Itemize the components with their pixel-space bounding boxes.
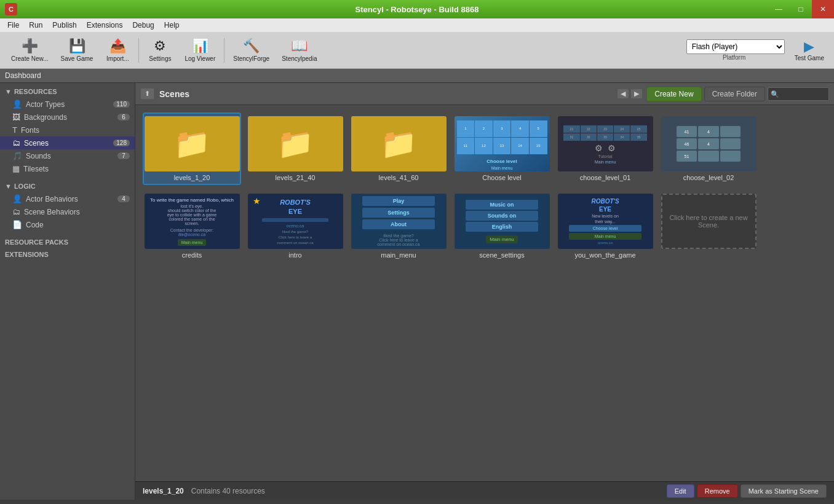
sidebar-item-actor-types[interactable]: 👤 Actor Types 110 bbox=[0, 98, 135, 111]
scene-label-choose-level-02: choose_level_02 bbox=[683, 174, 734, 181]
test-game-icon: ▶ bbox=[804, 39, 814, 55]
scene-behaviors-label: Scene Behaviors bbox=[24, 208, 80, 216]
save-icon: 💾 bbox=[69, 38, 85, 54]
stencylpedia-label: Stencylpedia bbox=[282, 55, 317, 62]
scene-item-scene-settings[interactable]: Music on Sounds on English Main menu sce… bbox=[453, 190, 551, 262]
scene-item-levels-21-40[interactable]: 📁 levels_21_40 bbox=[246, 112, 344, 185]
dashboard-tab[interactable]: Dashboard bbox=[0, 69, 834, 83]
scene-item-credits[interactable]: To write the game named Robo, which lost… bbox=[143, 190, 241, 262]
scene-thumb-levels-21-40: 📁 bbox=[248, 116, 343, 171]
extensions-label: EXTENSIONS bbox=[5, 251, 49, 258]
toolbar-right: Flash (Player) Android iOS HTML5 Desktop… bbox=[686, 37, 829, 63]
scene-item-levels-41-60[interactable]: 📁 levels_41_60 bbox=[349, 112, 448, 185]
scenes-label: Scenes bbox=[24, 139, 49, 148]
backgrounds-label: Backgrounds bbox=[24, 113, 67, 122]
toolbar: ➕ Create New... 💾 Save Game 📤 Import... … bbox=[0, 32, 834, 69]
scene-item-choose-level-01[interactable]: 21 22 23 24 25 31 32 33 34 35 ⚙⚙ Tuto bbox=[556, 112, 654, 185]
scene-label-levels-41-60: levels_41_60 bbox=[379, 174, 419, 181]
test-game-button[interactable]: ▶ Test Game bbox=[790, 37, 829, 63]
back-button[interactable]: ⬆ bbox=[140, 88, 154, 100]
settings-label: Settings bbox=[149, 55, 171, 62]
stencylpedia-button[interactable]: 📖 Stencylpedia bbox=[276, 36, 323, 65]
save-game-button[interactable]: 💾 Save Game bbox=[55, 36, 100, 65]
sidebar-item-scene-behaviors[interactable]: 🗂 Scene Behaviors bbox=[0, 205, 135, 218]
scene-thumb-levels-41-60: 📁 bbox=[351, 116, 447, 171]
backgrounds-badge: 6 bbox=[117, 114, 130, 120]
create-new-icon: ➕ bbox=[22, 38, 38, 54]
stencylforge-button[interactable]: 🔨 StencylForge bbox=[227, 36, 276, 65]
scene-thumb-new: Click here to create a new Scene. bbox=[661, 194, 757, 249]
window-controls: — □ ✕ bbox=[768, 0, 834, 18]
scene-thumb-you-won: ROBOT'S EYE New levels on their way... C… bbox=[558, 194, 653, 249]
scene-item-choose-level[interactable]: 1 2 3 4 5 11 12 13 14 15 Choose level Ma… bbox=[453, 112, 551, 185]
sounds-label: Sounds bbox=[26, 152, 51, 160]
sidebar-item-scenes[interactable]: 🗂 Scenes 128 bbox=[0, 136, 135, 149]
scene-grid: 📁 levels_1_20 📁 levels_21_40 📁 levels_41… bbox=[135, 105, 834, 481]
stencylforge-icon: 🔨 bbox=[243, 38, 260, 54]
sidebar-item-tilesets[interactable]: ▦ Tilesets bbox=[0, 162, 135, 175]
scene-item-new[interactable]: Click here to create a new Scene. bbox=[659, 190, 758, 262]
resources-label: RESOURCES bbox=[14, 88, 57, 95]
create-folder-button[interactable]: Create Folder bbox=[704, 87, 765, 101]
sidebar-item-sounds[interactable]: 🎵 Sounds 7 bbox=[0, 149, 135, 162]
scene-thumb-choose-level-02: 41 4 46 4 51 bbox=[661, 116, 757, 171]
scene-thumb-choose-level-01: 21 22 23 24 25 31 32 33 34 35 ⚙⚙ Tuto bbox=[558, 116, 653, 171]
settings-button[interactable]: ⚙ Settings bbox=[141, 36, 178, 65]
test-game-label: Test Game bbox=[795, 55, 824, 61]
resources-header[interactable]: ▼ RESOURCES bbox=[0, 85, 135, 98]
scenes-badge: 128 bbox=[113, 140, 130, 146]
create-new-scene-button[interactable]: Create New bbox=[646, 87, 701, 101]
menu-run[interactable]: Run bbox=[24, 20, 47, 31]
platform-select[interactable]: Flash (Player) Android iOS HTML5 Desktop bbox=[686, 39, 785, 54]
scene-label-main-menu: main_menu bbox=[381, 251, 416, 259]
menu-file[interactable]: File bbox=[2, 20, 24, 31]
create-new-button[interactable]: ➕ Create New... bbox=[5, 36, 55, 65]
sidebar-item-fonts[interactable]: T Fonts bbox=[0, 124, 135, 136]
status-info: Contains 40 resources bbox=[191, 487, 664, 495]
scene-item-choose-level-02[interactable]: 41 4 46 4 51 choose_level_02 bbox=[659, 112, 758, 185]
edit-button[interactable]: Edit bbox=[667, 484, 694, 498]
maximize-button[interactable]: □ bbox=[790, 0, 812, 18]
mark-starting-button[interactable]: Mark as Starting Scene bbox=[741, 484, 827, 498]
scene-thumb-choose-level: 1 2 3 4 5 11 12 13 14 15 Choose level Ma… bbox=[455, 116, 550, 171]
sidebar: ▼ RESOURCES 👤 Actor Types 110 🖼 Backgrou… bbox=[0, 83, 135, 500]
platform-label: Platform bbox=[723, 54, 745, 61]
remove-button[interactable]: Remove bbox=[697, 484, 738, 498]
resource-packs-header[interactable]: RESOURCE PACKS bbox=[0, 236, 135, 248]
search-input[interactable] bbox=[768, 87, 829, 101]
log-viewer-button[interactable]: 📊 Log Viewer bbox=[178, 36, 221, 65]
minimize-button[interactable]: — bbox=[768, 0, 790, 18]
menu-extensions[interactable]: Extensions bbox=[82, 20, 128, 31]
import-button[interactable]: 📤 Import... bbox=[99, 36, 136, 65]
sidebar-item-code[interactable]: 📄 Code bbox=[0, 218, 135, 231]
nav-prev[interactable]: ◀ bbox=[617, 89, 629, 99]
scene-item-intro[interactable]: ★ ROBOT'S EYE oceno.ca liked the game? C… bbox=[246, 190, 344, 262]
new-scene-placeholder-text: Click here to create a new Scene. bbox=[667, 214, 750, 229]
extensions-header[interactable]: EXTENSIONS bbox=[0, 248, 135, 261]
scene-thumb-scene-settings: Music on Sounds on English Main menu bbox=[455, 194, 550, 249]
actor-behaviors-badge: 4 bbox=[117, 195, 130, 202]
sidebar-item-actor-behaviors[interactable]: 👤 Actor Behaviors 4 bbox=[0, 192, 135, 205]
menu-help[interactable]: Help bbox=[159, 20, 185, 31]
settings-icon: ⚙ bbox=[154, 38, 166, 54]
scene-label-choose-level: Choose level bbox=[482, 174, 522, 181]
nav-next[interactable]: ▶ bbox=[630, 89, 643, 99]
menu-debug[interactable]: Debug bbox=[127, 20, 159, 31]
close-button[interactable]: ✕ bbox=[812, 0, 834, 18]
scene-thumb-intro: ★ ROBOT'S EYE oceno.ca liked the game? C… bbox=[248, 194, 343, 249]
create-new-label: Create New... bbox=[11, 55, 49, 62]
status-bar: levels_1_20 Contains 40 resources Edit R… bbox=[135, 481, 834, 500]
actor-types-label: Actor Types bbox=[26, 100, 65, 109]
scene-item-you-won[interactable]: ROBOT'S EYE New levels on their way... C… bbox=[556, 190, 654, 262]
menu-publish[interactable]: Publish bbox=[47, 20, 81, 31]
scene-item-main-menu[interactable]: Play Settings About liked the game?Click… bbox=[349, 190, 448, 262]
stencylforge-label: StencylForge bbox=[233, 55, 269, 62]
logic-header[interactable]: ▼ LOGIC bbox=[0, 180, 135, 192]
scene-label-credits: credits bbox=[182, 251, 202, 259]
sidebar-item-backgrounds[interactable]: 🖼 Backgrounds 6 bbox=[0, 111, 135, 124]
content-title: Scenes bbox=[159, 89, 617, 99]
scene-item-levels-1-20[interactable]: 📁 levels_1_20 bbox=[143, 112, 241, 185]
menu-bar: File Run Publish Extensions Debug Help bbox=[0, 18, 834, 32]
backgrounds-icon: 🖼 bbox=[12, 112, 20, 122]
actor-behaviors-label: Actor Behaviors bbox=[26, 195, 78, 203]
